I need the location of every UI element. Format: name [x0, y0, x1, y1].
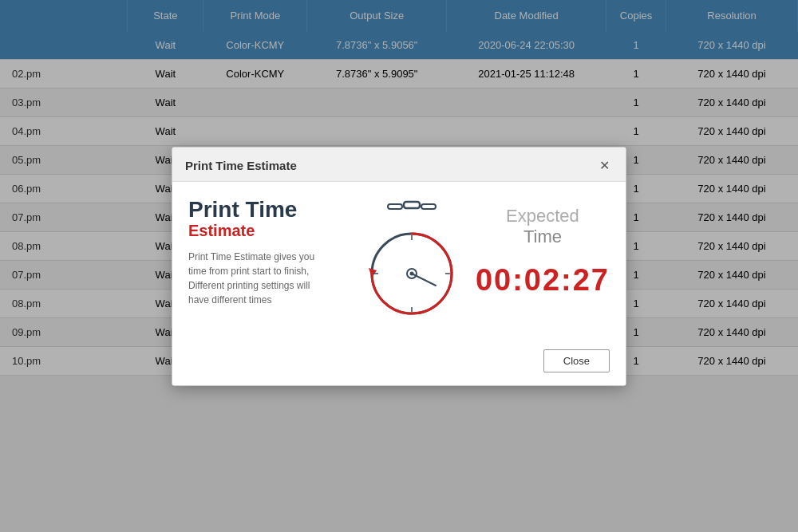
- svg-rect-2: [421, 204, 436, 209]
- print-time-dialog: Print Time Estimate ✕ Print Time Estimat…: [172, 147, 626, 386]
- print-time-description: Print Time Estimate gives you time from …: [188, 250, 324, 307]
- expected-title-text: Expected: [506, 206, 579, 227]
- time-value-display: 00:02:27: [476, 263, 610, 298]
- svg-rect-0: [404, 202, 420, 208]
- print-time-subtitle: Estimate: [188, 222, 348, 240]
- modal-close-button[interactable]: Close: [543, 349, 610, 372]
- expected-time-sublabel: Time: [506, 227, 579, 247]
- modal-close-x-button[interactable]: ✕: [595, 157, 613, 175]
- print-time-main-title: Print Time: [188, 198, 348, 223]
- modal-header: Print Time Estimate ✕: [172, 148, 626, 182]
- print-time-heading: Print Time Estimate: [188, 198, 348, 241]
- modal-right-section: Expected Time 00:02:27: [476, 198, 610, 325]
- modal-title: Print Time Estimate: [185, 159, 297, 172]
- stopwatch-icon: [356, 198, 468, 325]
- modal-left-section: Print Time Estimate Print Time Estimate …: [188, 198, 348, 325]
- stopwatch-section: [356, 198, 468, 325]
- modal-body: Print Time Estimate Print Time Estimate …: [172, 182, 626, 341]
- modal-footer: Close: [172, 341, 626, 385]
- svg-point-7: [409, 271, 413, 275]
- modal-overlay: Print Time Estimate ✕ Print Time Estimat…: [0, 0, 798, 532]
- expected-label-group: Expected Time: [506, 206, 579, 247]
- svg-rect-1: [388, 204, 402, 209]
